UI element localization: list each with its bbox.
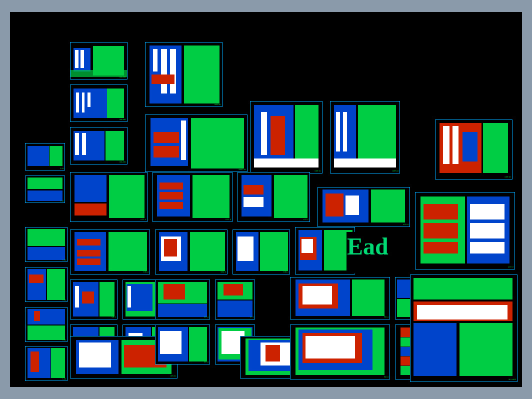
drawing-block-view-b: VIEW-B (155, 230, 228, 274)
drawing-block-br-large: BR-LARGE (410, 274, 518, 382)
drawing-block-view-d: VIEW-D (295, 227, 355, 274)
drawing-block-small-6: S-06 (25, 346, 68, 381)
drawing-block-list-b: LIST-B (152, 172, 232, 222)
drawing-block-view-a: VIEW-A (70, 230, 150, 274)
cad-canvas: DWG-001 DWG-002 DWG-003 S-01 S-02 M (10, 12, 522, 387)
drawing-block-parts-1: PARTS-01 (145, 114, 248, 172)
drawing-block-main-1: MAIN-01 (145, 42, 222, 107)
drawing-block-3: DWG-003 (70, 127, 128, 164)
drawing-block-list-a: LIST-A (70, 172, 148, 222)
drawing-block-small-d1: SD-1 (215, 280, 255, 320)
drawing-block-comp-2: COMP-02 (330, 101, 400, 174)
ead-text: Ead (347, 232, 388, 260)
drawing-block-comp-3: COMP-03 (435, 120, 512, 180)
drawing-block-small-4: S-04 (25, 267, 68, 302)
drawing-block-comp-1: COMP-01 (250, 101, 322, 174)
drawing-block-assy-e: ASSY-E (415, 192, 515, 270)
drawing-block-assy-d: ASSY-D (318, 187, 410, 227)
drawing-block-2: DWG-002 (70, 84, 128, 122)
drawing-block-1: DWG-001 (70, 42, 128, 80)
drawing-block-sub-a: SUB-A (70, 280, 118, 320)
drawing-block-detail-a: DET-A (155, 280, 210, 320)
ead-block: Ead (346, 232, 404, 274)
drawing-block-small-5: S-05 (25, 307, 68, 342)
drawing-block-mid-b: MID-B (290, 324, 390, 380)
drawing-block-mid-a: MID-A (290, 277, 390, 320)
drawing-block-detail-b: DET-B (155, 324, 210, 364)
drawing-block-list-c: LIST-C (238, 172, 310, 222)
drawing-block-small-2: S-02 (25, 176, 65, 203)
drawing-block-small-1: S-01 (25, 143, 65, 170)
drawing-block-small-3: S-03 (25, 227, 68, 262)
drawing-block-view-c: VIEW-C (232, 230, 290, 274)
